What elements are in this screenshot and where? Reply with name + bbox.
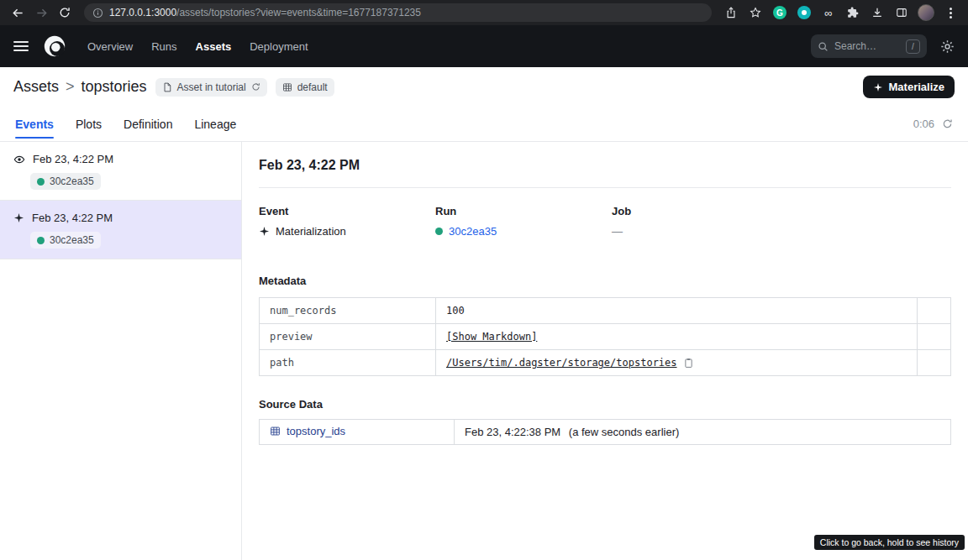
status-dot — [37, 178, 45, 186]
breadcrumb: Assets > topstories — [13, 78, 147, 96]
event-item-materialization[interactable]: Feb 23, 4:22 PM 30c2ea35 — [0, 201, 241, 259]
run-id: 30c2ea35 — [50, 234, 94, 246]
metadata-table: num_records 100 preview [Show Markdown] … — [259, 297, 951, 376]
run-tag[interactable]: 30c2ea35 — [30, 173, 101, 190]
share-icon[interactable] — [720, 2, 742, 24]
bookmark-icon[interactable] — [744, 2, 766, 24]
nav-item-runs[interactable]: Runs — [151, 40, 176, 53]
table-icon — [282, 82, 292, 92]
source-asset-name: topstory_ids — [287, 425, 345, 437]
source-asset-link[interactable]: topstory_ids — [270, 425, 345, 437]
refresh-timer-value: 0:06 — [913, 118, 934, 130]
profile-avatar[interactable] — [915, 2, 937, 24]
address-bar[interactable]: 127.0.0.1:3000/assets/topstories?view=ev… — [84, 3, 712, 22]
status-dot — [37, 237, 45, 244]
tab-definition[interactable]: Definition — [124, 107, 172, 141]
refresh-timer: 0:06 — [913, 118, 953, 130]
metadata-action-cell — [918, 298, 951, 324]
table-icon — [270, 426, 281, 437]
tab-events[interactable]: Events — [15, 107, 54, 141]
forward-icon[interactable] — [30, 2, 52, 24]
materialize-button[interactable]: Materialize — [863, 76, 955, 98]
app-header: Overview Runs Assets Deployment Search… … — [0, 25, 968, 67]
breadcrumb-separator: > — [66, 78, 75, 96]
breadcrumb-assets[interactable]: Assets — [13, 78, 59, 96]
source-timestamp: Feb 23, 4:22:38 PM — [465, 426, 560, 438]
event-summary-columns: Event Materialization Run 30c2ea35 — [259, 205, 951, 238]
materialization-icon — [13, 212, 24, 223]
search-input[interactable]: Search… / — [811, 34, 927, 58]
divider — [259, 187, 951, 188]
run-link[interactable]: 30c2ea35 — [449, 225, 497, 238]
job-value: — — [612, 225, 623, 238]
event-type-value: Materialization — [276, 225, 346, 238]
download-icon[interactable] — [866, 2, 888, 24]
run-column: Run 30c2ea35 — [435, 205, 612, 238]
asset-tutorial-tag[interactable]: Asset in tutorial — [155, 78, 267, 97]
metadata-section-title: Metadata — [259, 275, 951, 287]
body: Feb 23, 4:22 PM 30c2ea35 Feb 23, 4:22 PM… — [0, 142, 968, 560]
event-time: Feb 23, 4:22 PM — [32, 212, 113, 224]
grammarly-extension-icon[interactable]: G — [769, 2, 791, 24]
browser-chrome: 127.0.0.1:3000/assets/topstories?view=ev… — [0, 0, 968, 25]
event-item-observation[interactable]: Feb 23, 4:22 PM 30c2ea35 — [0, 142, 241, 201]
tag-refresh-icon[interactable] — [251, 82, 260, 92]
hamburger-menu-icon[interactable] — [13, 41, 29, 51]
metadata-key: preview — [260, 324, 436, 350]
event-column: Event Materialization — [259, 205, 435, 238]
nav-item-deployment[interactable]: Deployment — [250, 40, 308, 53]
run-column-label: Run — [435, 205, 612, 217]
dagster-logo[interactable] — [42, 34, 67, 59]
back-button-tooltip: Click to go back, hold to see history — [814, 535, 965, 550]
materialization-icon — [259, 226, 270, 237]
loom-extension-icon[interactable]: ∞ — [818, 2, 839, 24]
materialize-sparkle-icon — [873, 82, 883, 92]
teal-extension-icon[interactable] — [793, 2, 815, 24]
asset-header: Assets > topstories Asset in tutorial de… — [0, 67, 968, 107]
clipboard-copy-icon[interactable] — [683, 358, 694, 369]
extensions-puzzle-icon[interactable] — [842, 2, 864, 24]
event-column-label: Event — [259, 205, 435, 217]
eye-icon — [13, 154, 25, 165]
main-nav: Overview Runs Assets Deployment — [87, 40, 308, 53]
table-row: preview [Show Markdown] — [260, 324, 951, 350]
source-data-section-title: Source Data — [259, 398, 951, 411]
browser-toolbar-icons: G ∞ — [720, 2, 961, 24]
show-markdown-link[interactable]: [Show Markdown] — [446, 331, 537, 343]
metadata-value: 100 — [436, 298, 918, 324]
tab-plots[interactable]: Plots — [76, 107, 102, 141]
event-detail: Feb 23, 4:22 PM Event Materialization Ru… — [242, 142, 968, 560]
event-detail-title: Feb 23, 4:22 PM — [259, 158, 951, 173]
search-icon — [818, 41, 829, 52]
metadata-action-cell — [918, 324, 951, 350]
header-right: Search… / — [811, 34, 955, 58]
browser-menu-icon[interactable] — [939, 2, 961, 24]
asset-group-tag[interactable]: default — [276, 78, 334, 97]
url-host: 127.0.0.1:3000 — [109, 7, 176, 18]
info-icon[interactable] — [92, 8, 103, 18]
gear-icon[interactable] — [940, 39, 955, 54]
metadata-key: num_records — [260, 298, 436, 324]
job-column: Job — — [612, 205, 788, 238]
nav-item-overview[interactable]: Overview — [87, 40, 133, 53]
source-timestamp-note: (a few seconds earlier) — [569, 426, 680, 438]
timer-refresh-icon[interactable] — [942, 118, 953, 129]
back-icon[interactable] — [7, 2, 29, 24]
job-column-label: Job — [612, 205, 788, 217]
asset-group-tag-label: default — [297, 81, 328, 93]
run-id: 30c2ea35 — [50, 175, 94, 187]
nav-item-assets[interactable]: Assets — [196, 40, 232, 53]
path-link[interactable]: /Users/tim/.dagster/storage/topstories — [446, 357, 677, 369]
side-panel-icon[interactable] — [891, 2, 913, 24]
tab-lineage[interactable]: Lineage — [194, 107, 236, 141]
url-path: /assets/topstories?view=events&time=1677… — [176, 7, 421, 18]
reload-icon[interactable] — [54, 2, 76, 24]
document-icon — [162, 82, 172, 92]
run-tag[interactable]: 30c2ea35 — [30, 232, 101, 249]
materialize-button-label: Materialize — [889, 81, 944, 93]
event-time: Feb 23, 4:22 PM — [33, 153, 113, 165]
url-text: 127.0.0.1:3000/assets/topstories?view=ev… — [109, 7, 421, 18]
screen: 127.0.0.1:3000/assets/topstories?view=ev… — [0, 0, 968, 560]
table-row: topstory_ids Feb 23, 4:22:38 PM (a few s… — [260, 420, 951, 445]
metadata-key: path — [260, 350, 436, 376]
